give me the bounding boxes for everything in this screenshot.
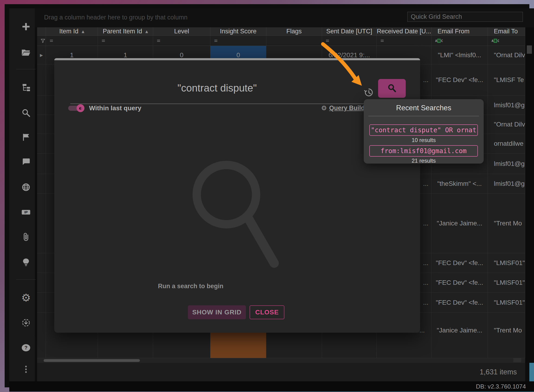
search-history-icon[interactable] — [363, 87, 374, 98]
run-search-button[interactable] — [378, 79, 406, 98]
cell-email_to[interactable]: lmisf01@g — [488, 154, 525, 174]
column-header-flags[interactable]: Flags — [266, 27, 322, 35]
flag-icon[interactable] — [21, 132, 31, 142]
toggle-thumb[interactable]: ◐ — [76, 104, 84, 112]
cell-handle[interactable] — [37, 194, 46, 253]
app-frame: IP ⚙ ? Drag a column header — [0, 0, 534, 392]
cell-email_from[interactable]: "FEC Dev" <fe... — [431, 253, 488, 273]
filter-cell-email_to[interactable]: ABC — [488, 36, 525, 46]
column-header-email_from[interactable]: Email From — [431, 27, 488, 35]
cell-handle[interactable] — [37, 253, 46, 273]
cell-email_to[interactable]: "LMISF Te — [488, 64, 525, 96]
filter-cell-sent_date[interactable]: = — [322, 36, 377, 46]
cell-handle[interactable] — [37, 154, 46, 174]
column-header-parent_item_id[interactable]: Parent Item Id▲ — [98, 27, 153, 35]
more-vertical-icon[interactable] — [21, 364, 31, 375]
filter-cell-received_date[interactable]: = — [377, 36, 431, 46]
filter-cell-flags[interactable] — [266, 36, 322, 46]
column-header-handle[interactable] — [37, 27, 46, 35]
column-header-insight_score[interactable]: Insight Score — [210, 27, 266, 35]
filter-cell-parent_item_id[interactable]: = — [98, 36, 153, 46]
cell-handle[interactable] — [37, 293, 46, 313]
show-in-grid-button[interactable]: SHOW IN GRID — [188, 305, 246, 319]
close-button[interactable]: CLOSE — [250, 305, 284, 319]
filter-cell-email_from[interactable]: ABC — [431, 36, 488, 46]
cell-email_from[interactable]: "LMI" <lmisf0... — [431, 46, 488, 64]
filter-cell-item_id[interactable]: = — [46, 36, 98, 46]
cell-email_from[interactable]: "FEC Dev" <fe... — [431, 64, 488, 96]
cell-email_from[interactable]: "FEC Dev" <fe... — [431, 273, 488, 293]
empty-state-search-icon — [188, 159, 295, 279]
cell-handle[interactable] — [37, 313, 46, 358]
svg-text:?: ? — [24, 345, 27, 350]
cell-email_to[interactable]: lmisf01@g — [488, 96, 525, 115]
horizontal-scrollbar-thumb[interactable] — [44, 359, 140, 362]
search-query-input[interactable]: "contract dispute" — [70, 79, 364, 97]
cell-email_to[interactable]: "LMISF01" — [488, 253, 525, 273]
column-header-received_date[interactable]: Received Date [U... — [377, 27, 431, 35]
lightbulb-icon[interactable] — [21, 257, 31, 267]
cell-handle[interactable]: ▶ — [37, 46, 46, 64]
cell-email_to[interactable]: lmisf01@g — [488, 174, 525, 194]
column-header-level[interactable]: Level — [153, 27, 210, 35]
folder-open-icon[interactable] — [21, 47, 31, 57]
db-version: DB: v2.3.760.1074 — [476, 383, 526, 390]
search-icon[interactable] — [21, 108, 31, 118]
cell-email_to[interactable]: "Ornat Dilv — [488, 115, 525, 134]
globe-icon[interactable] — [21, 182, 31, 192]
chat-icon[interactable] — [21, 157, 31, 167]
filter-cell-handle[interactable] — [37, 36, 46, 46]
column-header-item_id[interactable]: Item Id▲ — [46, 27, 98, 35]
grid-filter-row[interactable]: ======ABCABC — [37, 36, 525, 46]
recent-searches-title: Recent Searches — [364, 104, 484, 112]
svg-text:IP: IP — [24, 210, 28, 214]
dialog-top-strip — [54, 58, 420, 60]
sidebar: IP ⚙ ? — [9, 8, 35, 392]
cell-handle[interactable] — [37, 96, 46, 115]
grid-header-row[interactable]: Item Id▲Parent Item Id▲LevelInsight Scor… — [37, 27, 525, 36]
column-header-sent_date[interactable]: Sent Date [UTC] — [322, 27, 377, 35]
tree-view-icon[interactable] — [21, 83, 31, 93]
vertical-scrollbar-thumb[interactable] — [527, 45, 532, 54]
horizontal-scrollbar-nub[interactable] — [513, 358, 521, 362]
cell-email_from[interactable]: "Janice Jaime... — [431, 313, 488, 358]
within-last-query-toggle[interactable]: ◐ — [68, 106, 82, 111]
filter-cell-insight_score[interactable]: = — [210, 36, 266, 46]
cell-handle[interactable] — [37, 115, 46, 134]
recent-search-item[interactable]: "contract dispute" OR ornat — [369, 124, 478, 136]
help-icon[interactable]: ? — [21, 343, 31, 353]
cell-handle[interactable] — [37, 64, 46, 96]
query-builder-link[interactable]: ⚙ Query Builder — [321, 103, 371, 112]
sidebar-divider — [16, 279, 36, 280]
filter-cell-level[interactable]: = — [153, 36, 210, 46]
cell-email_to[interactable]: "Trent Mo — [488, 313, 525, 358]
cell-email_from[interactable]: "Janice Jaime... — [431, 194, 488, 253]
cell-email_to[interactable]: "LMISF01" — [488, 273, 525, 293]
add-icon[interactable] — [21, 22, 31, 32]
cell-email_from[interactable]: "theSkimm" <... — [431, 174, 488, 194]
cell-email_to[interactable]: "LMISF01" — [488, 293, 525, 313]
filter-funnel-icon — [41, 39, 45, 43]
status-bar: DB: v2.3.760.1074 — [9, 381, 534, 392]
recent-search-item[interactable]: from:lmisf01@gmail.com — [369, 145, 478, 157]
vertical-scrollbar[interactable] — [525, 27, 534, 363]
cell-email_to[interactable]: "Trent Mo — [488, 194, 525, 253]
ip-address-icon[interactable]: IP — [21, 207, 31, 217]
horizontal-scrollbar[interactable] — [37, 358, 525, 363]
cell-email_to[interactable]: "Ornat Dilv — [488, 46, 525, 64]
cell-email_from[interactable]: "FEC Dev" <fe... — [431, 293, 488, 313]
settings-gear-icon[interactable]: ⚙ — [21, 293, 31, 303]
search-icon — [387, 83, 397, 94]
expand-row-icon[interactable]: ▶ — [40, 53, 43, 57]
update-download-icon[interactable] — [21, 318, 31, 328]
cell-handle[interactable] — [37, 134, 46, 154]
cell-handle[interactable] — [37, 174, 46, 194]
text-filter-icon: ABC — [435, 39, 443, 43]
column-header-email_to[interactable]: Email To — [488, 27, 525, 35]
group-by-hint: Drag a column header here to group by th… — [44, 14, 187, 21]
attachment-icon[interactable] — [21, 232, 31, 242]
cell-email_to[interactable]: ornatdilwe — [488, 134, 525, 154]
quick-grid-search-input[interactable] — [407, 12, 523, 22]
cell-handle[interactable] — [37, 273, 46, 293]
empty-state-text: Run a search to begin — [144, 283, 237, 290]
